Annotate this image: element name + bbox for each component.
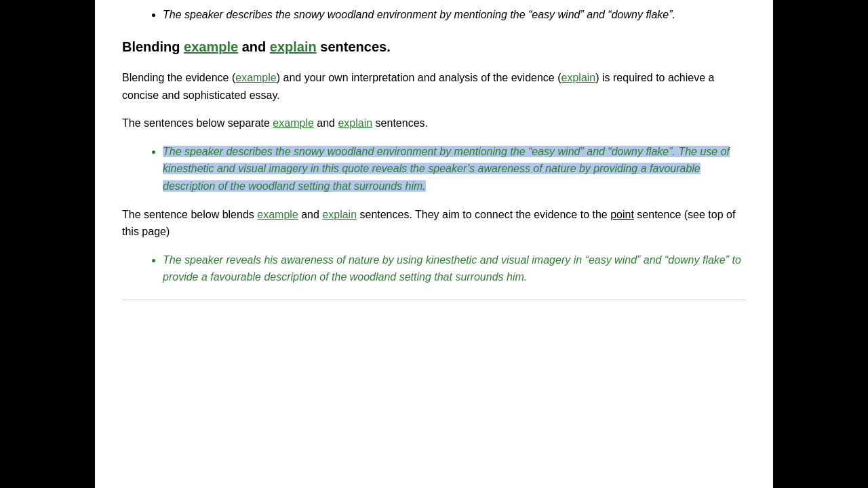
- heading-part1: Blending: [122, 39, 184, 54]
- sentences-and: and: [314, 117, 338, 129]
- page-container: The speaker describes the snowy woodland…: [95, 0, 773, 488]
- bullet1-highlighted-part1: The speaker describes the snowy woodland…: [163, 146, 675, 157]
- sentences-text-2: sentences.: [372, 117, 428, 129]
- blend-point-link: point: [610, 209, 634, 220]
- sentences-text-1: The sentences below separate: [122, 117, 273, 129]
- blend-explain-link[interactable]: explain: [322, 209, 357, 220]
- sentences-example-link[interactable]: example: [273, 117, 313, 129]
- sentences-explain-link[interactable]: explain: [338, 117, 372, 129]
- blend-text-1: The sentence below blends: [122, 209, 257, 220]
- intro-explain-link[interactable]: explain: [561, 72, 596, 83]
- bullet-list-item-1: The speaker describes the snowy woodland…: [163, 143, 746, 195]
- top-bullet-item: The speaker describes the snowy woodland…: [163, 7, 746, 23]
- section-heading: Blending example and explain sentences.: [122, 37, 746, 57]
- blend-paragraph: The sentence below blends example and ex…: [122, 206, 746, 241]
- heading-example: example: [184, 39, 238, 54]
- intro-paragraph: Blending the evidence (example) and your…: [122, 69, 746, 104]
- bottom-space: [122, 300, 746, 382]
- heading-explain: explain: [270, 39, 317, 54]
- bullet1-text-part1: The speaker describes the snowy woodland…: [163, 146, 675, 157]
- intro-text-1: Blending the evidence (: [122, 72, 235, 83]
- heading-part2: sentences.: [317, 39, 391, 54]
- bullet-list-item-2: The speaker reveals his awareness of nat…: [163, 251, 746, 286]
- blend-example-link[interactable]: example: [257, 209, 298, 220]
- blend-text-2: sentences. They aim to connect the evide…: [357, 209, 610, 220]
- blend-and: and: [298, 209, 323, 220]
- intro-text-2: ) and your own interpretation and analys…: [277, 72, 561, 83]
- sentences-below-paragraph: The sentences below separate example and…: [122, 115, 746, 132]
- bullet2-text: The speaker reveals his awareness of nat…: [163, 254, 741, 283]
- heading-and: and: [238, 39, 270, 54]
- intro-example-link[interactable]: example: [235, 72, 276, 83]
- bullet-list-1: The speaker describes the snowy woodland…: [122, 143, 746, 195]
- top-bullet-text: The speaker describes the snowy woodland…: [163, 9, 675, 20]
- top-bullet-section: The speaker describes the snowy woodland…: [149, 7, 746, 23]
- bullet-list-2: The speaker reveals his awareness of nat…: [122, 251, 746, 286]
